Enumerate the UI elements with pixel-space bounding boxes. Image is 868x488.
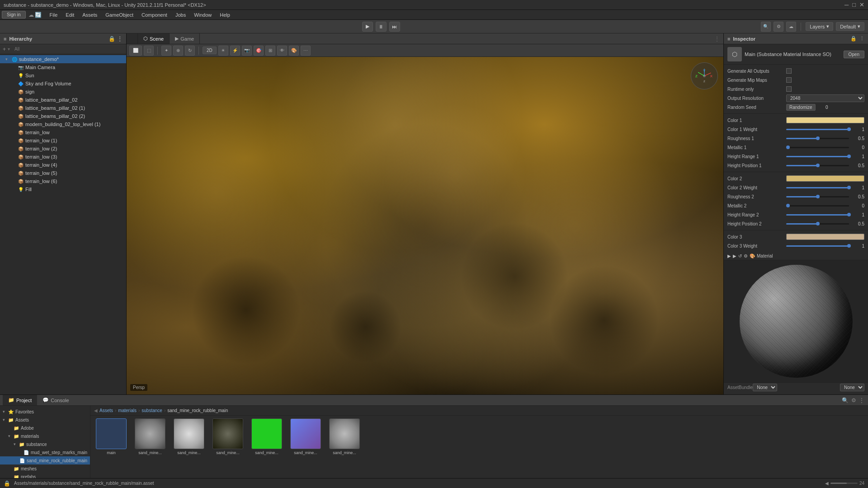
material-settings-icon[interactable]: ⚙ bbox=[744, 253, 748, 258]
step-button[interactable]: ⏭ bbox=[389, 22, 400, 32]
tree-item-4[interactable]: ▾📁substance bbox=[0, 440, 90, 448]
game-tab[interactable]: ▶ Game bbox=[170, 33, 200, 44]
hierarchy-item-2[interactable]: 💡Sun bbox=[0, 71, 126, 80]
viewport-camera-btn[interactable]: 📷 bbox=[242, 46, 252, 56]
tree-item-6[interactable]: 📄sand_mine_rock_rubble_main bbox=[0, 456, 90, 465]
hierarchy-item-5[interactable]: 📦lattice_beams_pillar_02 bbox=[0, 96, 126, 104]
prop-slider-color2-weight[interactable] bbox=[786, 187, 849, 188]
hierarchy-item-15[interactable]: 📦terrain_low (6) bbox=[0, 177, 126, 185]
hierarchy-item-16[interactable]: 💡Fill bbox=[0, 185, 126, 193]
prop-dropdown-resolution[interactable]: 2048 1024 512 256 bbox=[786, 94, 864, 102]
minimize-btn[interactable]: ─ bbox=[844, 1, 849, 8]
inspector-lock-icon[interactable]: 🔒 bbox=[850, 36, 857, 42]
asset-bundle-variant-dropdown[interactable]: None bbox=[840, 384, 864, 391]
viewport-grid-btn[interactable]: ⊞ bbox=[265, 46, 275, 56]
scene-tools-btn[interactable]: ✦ bbox=[161, 46, 171, 56]
settings-button[interactable]: ⚙ bbox=[774, 22, 783, 32]
asset-item-sand_mine_5[interactable]: sand_mine... bbox=[288, 418, 324, 455]
inspector-more-icon[interactable]: ⋮ bbox=[859, 36, 864, 42]
prop-slider-metallic1[interactable] bbox=[786, 147, 849, 148]
material-play-icon[interactable]: ▶ bbox=[733, 253, 736, 258]
prop-slider-height-pos1[interactable] bbox=[786, 165, 849, 166]
hierarchy-item-4[interactable]: 📦sign bbox=[0, 88, 126, 96]
hierarchy-add-icon[interactable]: + bbox=[3, 46, 6, 52]
prop-slider-color1-weight[interactable] bbox=[786, 129, 849, 130]
prop-checkbox-mip-maps[interactable] bbox=[786, 77, 792, 83]
scene-global-btn[interactable]: ↻ bbox=[185, 46, 195, 56]
prop-checkbox-runtime[interactable] bbox=[786, 86, 792, 92]
console-tab[interactable]: 💬 Console bbox=[37, 395, 74, 405]
menu-gameobject[interactable]: GameObject bbox=[102, 11, 137, 19]
hierarchy-more-icon[interactable]: ⋮ bbox=[117, 36, 123, 42]
hierarchy-item-9[interactable]: 📦terrain_low bbox=[0, 128, 126, 136]
zoom-control[interactable]: ◀ 24 bbox=[825, 481, 864, 486]
asset-item-sand_mine_6[interactable]: sand_mine... bbox=[326, 418, 363, 455]
hierarchy-item-0[interactable]: ▾🌐substance_demo* bbox=[0, 55, 126, 63]
breadcrumb-materials[interactable]: materials bbox=[118, 408, 137, 413]
prop-color-swatch-3[interactable] bbox=[786, 234, 864, 240]
menu-component[interactable]: Component bbox=[138, 11, 171, 19]
asset-item-main[interactable]: main bbox=[93, 418, 129, 455]
prop-slider-roughness2[interactable] bbox=[786, 196, 849, 197]
project-tab[interactable]: 📁 Project bbox=[3, 395, 37, 405]
prop-slider-color3-weight[interactable] bbox=[786, 245, 849, 247]
viewport-canvas[interactable]: Y X z Z Persp bbox=[127, 57, 723, 394]
viewport-lighting-btn[interactable]: ☀ bbox=[218, 46, 228, 56]
viewport-fx-btn[interactable]: ⚡ bbox=[230, 46, 240, 56]
asset-item-sand_mine_3[interactable]: sand_mine... bbox=[210, 418, 246, 455]
asset-item-sand_mine_4[interactable]: sand_mine... bbox=[249, 418, 285, 455]
hierarchy-item-3[interactable]: 🔷Sky and Fog Volume bbox=[0, 80, 126, 88]
menu-window[interactable]: Window bbox=[190, 11, 215, 19]
menu-jobs[interactable]: Jobs bbox=[172, 11, 189, 19]
layers-dropdown[interactable]: Layers ▾ bbox=[806, 22, 833, 31]
prop-slider-height-pos2[interactable] bbox=[786, 223, 849, 225]
viewport-wireframe-btn[interactable]: ⬚ bbox=[144, 46, 154, 56]
project-tools-search-icon[interactable]: 🔍 bbox=[842, 397, 849, 404]
project-tools-more-icon[interactable]: ⋮ bbox=[859, 397, 864, 404]
breadcrumb-substance[interactable]: substance bbox=[142, 408, 162, 413]
tree-item-8[interactable]: 📁prefabs bbox=[0, 473, 90, 478]
scene-tab[interactable]: ⬡ Scene bbox=[138, 33, 170, 44]
hierarchy-item-14[interactable]: 📦terrain_low (5) bbox=[0, 169, 126, 177]
viewport-hide-btn[interactable]: 👁 bbox=[277, 46, 287, 56]
signin-button[interactable]: Sign in bbox=[2, 11, 26, 19]
prop-slider-metallic2[interactable] bbox=[786, 205, 849, 206]
prop-checkbox-generate-all[interactable] bbox=[786, 68, 792, 74]
viewport-render-btn[interactable]: 🎨 bbox=[289, 46, 299, 56]
hierarchy-lock-icon[interactable]: 🔒 bbox=[108, 36, 115, 42]
close-btn[interactable]: ✕ bbox=[859, 1, 864, 8]
hierarchy-search-input[interactable] bbox=[12, 44, 123, 54]
hierarchy-item-11[interactable]: 📦terrain_low (2) bbox=[0, 145, 126, 153]
viewport-shading-btn[interactable]: ⬜ bbox=[129, 46, 142, 56]
randomize-button[interactable]: Randomize bbox=[786, 104, 816, 111]
tree-item-7[interactable]: 📁meshes bbox=[0, 465, 90, 473]
project-tools-icon[interactable]: ⚙ bbox=[851, 397, 856, 404]
scene-gizmo[interactable]: Y X z Z bbox=[691, 62, 718, 89]
search-button[interactable]: 🔍 bbox=[761, 22, 771, 32]
tree-item-3[interactable]: ▾📁materials bbox=[0, 432, 90, 440]
menu-edit[interactable]: Edit bbox=[62, 11, 78, 19]
prop-slider-height-range2[interactable] bbox=[786, 214, 849, 216]
prop-slider-roughness1[interactable] bbox=[786, 138, 849, 139]
asset-item-sand_mine_2[interactable]: sand_mine... bbox=[171, 418, 207, 455]
cloud-icon[interactable]: ☁ bbox=[786, 22, 796, 32]
viewport-gizmos-btn[interactable]: 🎯 bbox=[254, 46, 264, 56]
tree-item-5[interactable]: 📄mud_wet_step_marks_main bbox=[0, 448, 90, 456]
zoom-bar[interactable] bbox=[830, 483, 858, 484]
viewport-2d-btn[interactable]: 2D bbox=[203, 47, 217, 54]
prop-color-swatch-2[interactable] bbox=[786, 175, 864, 182]
viewport-more-icon[interactable]: ⋮ bbox=[711, 36, 723, 42]
pause-button[interactable]: ⏸ bbox=[376, 22, 387, 32]
prop-color-swatch-1[interactable] bbox=[786, 117, 864, 123]
tree-item-0[interactable]: ▾⭐Favorites bbox=[0, 408, 90, 416]
hierarchy-item-6[interactable]: 📦lattice_beams_pillar_02 (1) bbox=[0, 104, 126, 112]
hierarchy-item-13[interactable]: 📦terrain_low (4) bbox=[0, 161, 126, 169]
viewport-extra-btn[interactable]: ⋯ bbox=[301, 46, 311, 56]
menu-help[interactable]: Help bbox=[216, 11, 234, 19]
hierarchy-item-7[interactable]: 📦lattice_beams_pillar_02 (2) bbox=[0, 112, 126, 120]
hierarchy-item-1[interactable]: 📷Main Camera bbox=[0, 63, 126, 71]
material-refresh-icon[interactable]: ↺ bbox=[738, 253, 742, 258]
asset-bundle-dropdown[interactable]: None bbox=[753, 384, 777, 391]
scene-pivot-btn[interactable]: ⊕ bbox=[173, 46, 183, 56]
tree-item-2[interactable]: 📁Adobe bbox=[0, 424, 90, 432]
